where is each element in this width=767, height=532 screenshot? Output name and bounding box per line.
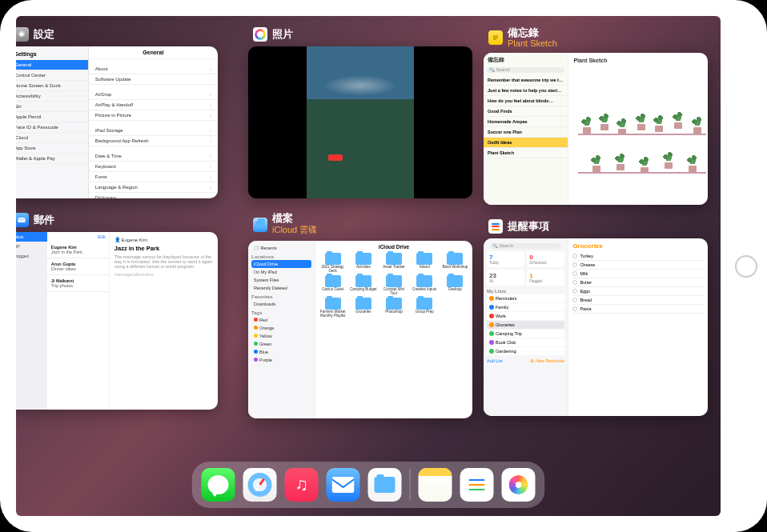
reminders-summary-card[interactable]: 23All [487,270,524,286]
dock-photos[interactable] [502,468,536,502]
reminder-item[interactable]: Milk [572,270,704,278]
reminders-list[interactable]: Family [487,303,564,311]
mail-thread[interactable]: Arun GuptaDinner ideas [47,258,109,275]
reminders-summary-card[interactable]: 7Today [487,251,524,267]
files-folder[interactable]: Groceries [349,298,377,318]
mailbox-item[interactable]: Inbox [16,232,47,242]
dock-files[interactable] [368,468,402,502]
settings-sidebar-item[interactable]: Siri [16,102,88,112]
settings-row[interactable]: iPad Storage [89,126,218,136]
files-folder[interactable]: Camping Budget [349,275,377,295]
files-recents[interactable]: 🕒 Recents [251,244,311,252]
files-folder[interactable]: Desktop [441,275,469,295]
notes-search[interactable]: 🔍 Search [487,67,564,73]
dock-safari[interactable] [243,468,277,502]
settings-row[interactable]: Date & Time [89,151,218,162]
reminders-summary-card[interactable]: 0Scheduled [527,251,564,267]
reminder-item[interactable]: Eggs [572,287,704,296]
files-location[interactable]: Recently Deleted [251,284,311,292]
new-reminder-button[interactable]: ⊕ New Reminder [530,358,564,363]
mailbox-item[interactable]: VIP [16,242,47,251]
files-favorite[interactable]: Downloads [251,300,311,308]
settings-sidebar-item[interactable]: Control Center [16,70,88,81]
switcher-card-reminders[interactable]: 提醒事項 🔍 Search7Today0Scheduled23All1Flagg… [484,219,708,416]
mail-thread[interactable]: Eugene KimJazz in the Park [47,242,109,258]
mail-thread[interactable]: Ji MalkarniTrip photos [47,275,109,292]
settings-row[interactable]: About [89,64,218,74]
dock-messages[interactable] [202,468,235,502]
reminder-item[interactable]: Bread [572,296,704,305]
files-folder[interactable]: 2021 Strategy Deck [319,253,347,273]
note-list-item[interactable]: Homemade Arepas [484,117,568,127]
switcher-card-settings[interactable]: 設定 SettingsGeneralControl CenterHome Scr… [16,27,218,198]
note-list-item[interactable]: Soccer one Plan [484,127,568,138]
files-tag[interactable]: Green [251,340,311,348]
files-folder[interactable]: Creative Inputs [411,275,439,295]
reminders-list[interactable]: Book Club [487,338,564,346]
settings-sidebar-item[interactable]: Apple Pencil [16,112,88,122]
add-list-button[interactable]: Add List [487,358,503,363]
switcher-card-photos[interactable]: 照片 [248,27,472,198]
switcher-card-notes[interactable]: 備忘錄 Plant Sketch 備忘錄🔍 SearchRemember tha… [484,27,708,205]
files-tag[interactable]: Blue [251,348,311,356]
files-folder[interactable]: Attend [411,253,439,273]
settings-sidebar-item[interactable]: Wallet & Apple Pay [16,154,88,164]
settings-sidebar-item[interactable]: General [16,60,88,70]
switcher-card-mail[interactable]: 郵件 InboxVIPFlaggedEditEugene KimJazz in … [16,213,218,410]
files-folder[interactable]: Farmers Market Monthly Playlist [319,298,347,318]
dock-notes[interactable] [419,468,452,502]
note-list-item[interactable]: Good Finds [484,106,568,117]
home-button[interactable] [735,255,757,278]
files-tag[interactable]: Purple [251,356,311,364]
note-list-item[interactable]: Outfit Ideas [484,138,568,148]
files-location[interactable]: On My iPad [251,268,311,276]
note-list-item[interactable]: Remember that awesome trip we t… [484,75,568,86]
settings-row[interactable]: AirDrop [89,90,218,100]
settings-sidebar-item[interactable]: Home Screen & Dock [16,81,88,91]
reminder-item[interactable]: Butter [572,278,704,287]
settings-row[interactable]: Keyboard [89,162,218,172]
mail-edit[interactable]: Edit [47,232,109,242]
switcher-card-files[interactable]: 檔案 iCloud 雲碟 🕒 RecentsLocationsiCloud Dr… [248,213,472,418]
reminders-list[interactable]: Groceries [487,321,564,329]
note-list-item[interactable]: How do you feel about blinds… [484,96,568,106]
dock-mail[interactable] [327,468,360,502]
mailbox-item[interactable]: Flagged [16,251,47,261]
files-folder[interactable]: Asset Tracker [379,253,408,273]
reminders-search[interactable]: 🔍 Search [490,243,561,249]
reminders-list[interactable]: Gardening [487,347,564,355]
note-list-item[interactable]: Plant Sketch [484,148,568,158]
settings-row[interactable]: Background App Refresh [89,136,218,146]
files-location[interactable]: System Files [251,276,311,284]
note-list-item[interactable]: Just a few notes to help you start… [484,86,568,96]
files-tag[interactable]: Orange [251,324,311,332]
settings-sidebar-item[interactable]: App Store [16,143,88,154]
reminders-summary-card[interactable]: 1Flagged [527,270,564,286]
dock-reminders[interactable] [460,468,494,502]
reminders-list[interactable]: Reminders [487,294,564,302]
reminder-item[interactable]: Cheese [572,261,704,270]
files-tag[interactable]: Yellow [251,332,311,340]
settings-sidebar-item[interactable]: Accessibility [16,91,88,102]
files-folder[interactable]: Cactus Guest [319,275,347,295]
files-folder[interactable]: Concept Mini Tour [379,275,408,295]
files-folder[interactable]: Photoshop [379,298,408,318]
settings-sidebar-item[interactable]: Face ID & Passcode [16,122,88,133]
files-folder[interactable]: Band Workshop [441,253,469,273]
settings-row[interactable]: Software Update [89,74,218,85]
settings-row[interactable]: Dictionary [89,193,218,198]
settings-sidebar-item[interactable]: iCloud [16,133,88,143]
files-folder[interactable]: Group Prep [411,298,439,318]
reminder-item[interactable]: Turkey [572,252,704,261]
settings-row[interactable]: Language & Region [89,182,218,193]
reminder-item[interactable]: Pasta [572,305,704,314]
files-tag[interactable]: Red [251,316,311,324]
settings-row[interactable]: Fonts [89,172,218,182]
settings-row[interactable]: AirPlay & Handoff [89,100,218,110]
reminders-list[interactable]: Camping Trip [487,330,564,338]
reminders-list[interactable]: Work [487,312,564,320]
settings-row[interactable]: Picture in Picture [89,110,218,121]
files-folder[interactable]: Activities [349,253,377,273]
dock-music[interactable]: ♫ [285,468,319,502]
files-location[interactable]: iCloud Drive [251,260,311,268]
